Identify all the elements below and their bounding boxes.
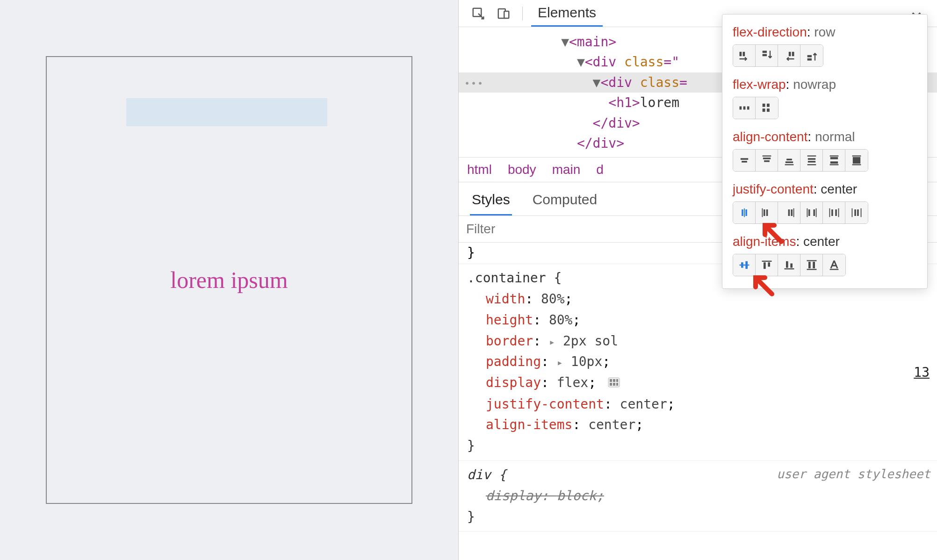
tab-computed[interactable]: Computed [531,188,599,215]
svg-rect-26 [742,161,747,163]
group-align-content: align-content: normal [733,129,917,172]
label-flex-direction: flex-direction [733,25,807,39]
svg-rect-64 [861,208,862,217]
justify-content-space-between-icon[interactable] [800,202,823,223]
decl-padding[interactable]: padding: ▸ 10px; [467,352,929,373]
svg-rect-12 [762,51,766,53]
svg-rect-63 [857,209,859,216]
align-content-start-icon[interactable] [756,150,778,171]
svg-rect-34 [807,158,815,160]
decl-width[interactable]: width: 80%; [467,289,929,310]
devtools-panel: Elements ▼<main> ▼<div class=" ▼<div cla… [458,0,937,560]
svg-rect-50 [788,209,790,216]
inspect-icon[interactable] [468,3,489,24]
svg-rect-65 [739,265,749,266]
svg-rect-7 [610,383,612,386]
svg-rect-62 [854,209,856,216]
svg-rect-40 [829,164,838,165]
svg-rect-49 [766,209,768,216]
group-align-items: align-items: center [733,234,917,276]
align-items-stretch-icon[interactable] [800,254,823,276]
svg-rect-17 [807,58,812,61]
svg-rect-75 [808,262,811,268]
rule-close: } [467,436,929,457]
svg-rect-36 [807,164,816,165]
rule-container[interactable]: 13 .container { width: 80%; height: 80%;… [459,264,937,461]
align-content-center-icon[interactable] [733,150,756,171]
svg-rect-52 [793,208,794,217]
crumb-body[interactable]: body [508,162,536,177]
svg-rect-25 [740,158,748,160]
svg-rect-48 [764,209,765,216]
svg-rect-66 [741,262,743,268]
decl-display-overridden[interactable]: display: block; [467,486,929,507]
svg-rect-70 [768,262,770,266]
label-align-items: align-items [733,234,796,249]
ua-stylesheet-label: user agent stylesheet [777,465,930,484]
flex-direction-column-reverse-icon[interactable] [800,45,823,66]
svg-rect-53 [807,208,807,217]
device-toggle-icon[interactable] [493,3,514,24]
svg-rect-68 [762,261,771,262]
svg-rect-58 [831,209,833,216]
justify-content-space-evenly-icon[interactable] [845,202,868,223]
decl-align-items[interactable]: align-items: center; [467,415,929,436]
svg-rect-47 [762,208,763,217]
svg-rect-69 [764,262,766,269]
tab-elements[interactable]: Elements [531,0,603,27]
flex-wrap-nowrap-icon[interactable] [733,97,756,119]
svg-rect-23 [763,108,765,112]
svg-rect-27 [762,156,771,157]
align-content-end-icon[interactable] [778,150,800,171]
styles-pane: } 13 .container { width: 80%; height: 80… [459,243,937,560]
align-content-space-between-icon[interactable] [823,150,845,171]
align-content-space-around-icon[interactable] [800,150,823,171]
svg-rect-76 [813,262,815,268]
crumb-html[interactable]: html [467,162,492,177]
svg-rect-30 [786,159,792,161]
align-content-stretch-icon[interactable] [845,150,868,171]
justify-content-space-around-icon[interactable] [823,202,845,223]
decl-border[interactable]: border: ▸ 2px sol [467,331,929,352]
crumb-main[interactable]: main [552,162,581,177]
svg-rect-71 [786,261,788,268]
svg-rect-8 [613,383,615,386]
label-justify-content: justify-content [733,182,814,196]
svg-rect-43 [852,164,861,165]
justify-content-center-icon[interactable] [733,202,756,223]
svg-rect-44 [742,209,743,216]
svg-rect-74 [807,260,816,261]
align-items-baseline-icon[interactable] [823,254,845,276]
flex-editor-icon[interactable] [608,373,620,394]
tab-styles[interactable]: Styles [470,188,512,215]
svg-rect-19 [743,107,745,110]
svg-rect-21 [763,104,765,107]
svg-rect-6 [616,379,618,382]
flex-direction-row-reverse-icon[interactable] [778,45,800,66]
toolbar-separator [522,7,523,21]
svg-rect-4 [610,379,612,382]
annotation-arrow-icon [749,271,777,302]
svg-rect-11 [742,52,745,56]
decl-justify-content[interactable]: justify-content: center; [467,394,929,415]
decl-display[interactable]: display: flex; [467,373,929,394]
svg-rect-22 [767,104,770,107]
svg-rect-73 [784,268,794,269]
svg-rect-46 [745,209,747,216]
source-link[interactable]: 13 [914,362,930,383]
decl-height[interactable]: height: 80%; [467,310,929,331]
svg-rect-51 [791,209,793,216]
flex-direction-row-icon[interactable] [733,45,756,66]
flex-wrap-wrap-icon[interactable] [756,97,778,119]
page-viewport: lorem ipsum [0,0,458,560]
svg-rect-61 [852,208,853,217]
crumb-div[interactable]: d [596,162,604,177]
rule-div-ua[interactable]: user agent stylesheet div { display: blo… [459,461,937,531]
align-items-end-icon[interactable] [778,254,800,276]
svg-rect-9 [616,383,618,386]
svg-rect-60 [838,208,839,217]
svg-rect-33 [807,156,816,157]
svg-rect-20 [747,107,749,110]
flex-direction-column-icon[interactable] [756,45,778,66]
group-flex-direction: flex-direction: row [733,25,917,67]
